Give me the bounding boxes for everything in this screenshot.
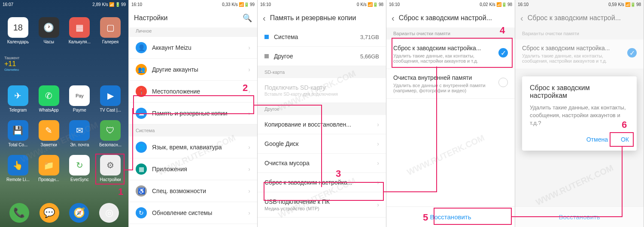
marker-4: 4 (500, 25, 505, 36)
dock-item[interactable]: 🧭 (69, 203, 89, 223)
app-Часы[interactable]: 🕐Часы (34, 17, 64, 44)
chevron-icon: › (248, 110, 250, 117)
settings-item[interactable]: 👤Аккаунт Meizu› (129, 37, 257, 59)
app-label: Remote Li... (6, 177, 30, 182)
app-EverSync[interactable]: ↻EverSync (65, 155, 94, 182)
back-icon[interactable]: ‹ (263, 13, 266, 23)
reset-option[interactable]: ✓Сброс к заводским настройка...Удалить т… (386, 39, 515, 69)
item-icon: ☁ (136, 108, 147, 119)
status-bar: 16:10 0,59 K/s📶🔋98 (515, 0, 644, 9)
status-time: 16:07 (3, 2, 13, 7)
memory-item[interactable]: Копирование и восстановлен...› (258, 115, 386, 134)
app-WhatsApp[interactable]: ✆WhatsApp (34, 85, 64, 112)
item-icon: ▦ (136, 163, 147, 175)
battery-icon: 🔋 (115, 2, 120, 7)
page-title: Настройки (134, 14, 238, 22)
status-bar: 16:10 0 K/s📶🔋98 (258, 0, 386, 9)
chevron-icon: › (248, 144, 250, 151)
dialog-title: Сброс к заводским настройкам (530, 84, 629, 100)
item-icon: ↻ (136, 207, 147, 218)
dock-item[interactable]: 📞 (9, 203, 29, 223)
dock-item[interactable]: ◎ (99, 203, 119, 223)
header: ‹ Сброс к заводским настрой... (386, 9, 515, 27)
back-icon[interactable]: ‹ (392, 13, 395, 23)
app-label: Эл. почта (70, 142, 89, 147)
item-label: Местоположение (152, 88, 243, 95)
app-Безопасн...[interactable]: 🛡Безопасн... (96, 120, 125, 147)
dock-icon: 📞 (9, 203, 29, 223)
section-personal: Личное (129, 27, 257, 37)
app-Эл. почта[interactable]: ✉Эл. почта (65, 120, 94, 147)
confirm-dialog: Сброс к заводским настройкам Удалить так… (522, 76, 637, 151)
item-label: Аккаунт Meizu (152, 44, 243, 51)
app-Payme[interactable]: PayPayme (65, 85, 94, 112)
memory-item[interactable]: Google Диск› (258, 134, 386, 154)
app-label: Настройки (100, 177, 121, 182)
settings-item[interactable]: ▦Приложения› (129, 158, 257, 180)
app-Заметки[interactable]: ✎Заметки (34, 120, 64, 147)
home-screen: 16:07 2,89 K/s 📶 🔋 99 18Календарь🕐Часы▦К… (0, 0, 129, 227)
app-Проводн...[interactable]: 📁Проводн... (34, 155, 64, 182)
reset-options: ✓Сброс к заводским настройка...Удалить т… (386, 39, 515, 99)
chevron-icon: › (248, 209, 250, 216)
app-label: EverSync (70, 177, 89, 182)
app-label: TV Cast |... (100, 108, 121, 112)
app-icon: Pay (69, 85, 90, 106)
signal-icon: 📶 (109, 2, 114, 7)
settings-item[interactable]: ⓘО телефоне› (129, 224, 257, 227)
app-label: Проводн... (38, 177, 59, 182)
app-label: Часы (43, 39, 54, 44)
settings-item[interactable]: ↻Обновление системы› (129, 202, 257, 224)
back-icon: ‹ (520, 13, 523, 23)
settings-list: 👤Аккаунт Meizu›👥Другие аккаунты›📍Местопо… (129, 37, 257, 227)
app-icon: 🛡 (100, 120, 121, 141)
restore-button[interactable]: Восстановить (386, 206, 515, 227)
memory-item[interactable]: USB-подключение к ПКМедиа-устройство (MT… (258, 192, 386, 218)
app-icon: ✆ (39, 85, 59, 106)
reset-confirm-screen: 16:10 0,59 K/s📶🔋98 ‹ Сброс к заводским н… (515, 0, 644, 227)
marker-3: 3 (336, 168, 341, 179)
app-icon: ▶ (100, 85, 121, 106)
search-icon[interactable]: 🔍 (243, 13, 252, 23)
app-Настройки[interactable]: ⚙Настройки (96, 155, 125, 182)
check-icon (498, 78, 508, 87)
settings-item[interactable]: 🌐Язык, время, клавиатура› (129, 136, 257, 158)
item-label: Язык, время, клавиатура (152, 144, 243, 151)
app-label: Галерея (102, 39, 118, 44)
memory-screen: 16:10 0 K/s📶🔋98 ‹ Память и резервные коп… (258, 0, 386, 227)
dock-item[interactable]: 💬 (39, 203, 59, 223)
ok-button[interactable]: ОК (621, 136, 629, 143)
memory-item[interactable]: Сброс к заводским настройка...› (258, 173, 386, 192)
restore-button: Восстановить (515, 206, 644, 227)
app-Галерея[interactable]: ▢Галерея (96, 17, 125, 44)
app-Календарь[interactable]: 18Календарь (3, 17, 33, 44)
marker-5: 5 (423, 212, 428, 223)
memory-item[interactable]: Очистка мусора› (258, 154, 386, 173)
app-icon: ✎ (39, 120, 59, 141)
weather-widget[interactable]: Ташкент +11 Gismeteo (4, 56, 19, 72)
marker-1: 1 (118, 186, 123, 197)
marker-6: 6 (622, 119, 627, 130)
section: Варианты очистки памяти (386, 27, 515, 39)
settings-item[interactable]: 📍Местоположение› (129, 81, 257, 103)
app-grid: 18Календарь🕐Часы▦Калькуля...▢Галерея✈Tel… (0, 9, 128, 191)
settings-item[interactable]: ☁Память и резервные копии› (129, 103, 257, 124)
settings-item[interactable]: 👥Другие аккаунты› (129, 59, 257, 81)
item-label: Приложения (152, 166, 243, 173)
chevron-icon: › (248, 188, 250, 194)
app-Telegram[interactable]: ✈Telegram (3, 85, 33, 112)
section: Варианты очистки памяти (515, 27, 644, 39)
app-Калькуля...[interactable]: ▦Калькуля... (65, 17, 94, 44)
cancel-button[interactable]: Отмена (586, 136, 608, 143)
header: ‹ Сброс к заводским настрой... (515, 9, 644, 27)
settings-item[interactable]: ♿Спец. возможности› (129, 180, 257, 202)
app-icon: 18 (8, 17, 28, 38)
app-icon: ▢ (100, 17, 121, 38)
app-TV Cast |...[interactable]: ▶TV Cast |... (96, 85, 125, 112)
app-Remote Li...[interactable]: 👆Remote Li... (3, 155, 33, 182)
reset-option[interactable]: Очистка внутренней памятиУдалить все дан… (386, 69, 515, 99)
check-icon: ✓ (627, 48, 637, 58)
app-label: WhatsApp (39, 108, 59, 112)
app-Total Co...[interactable]: 💾Total Co... (3, 120, 33, 147)
item-icon: 👥 (136, 64, 147, 75)
